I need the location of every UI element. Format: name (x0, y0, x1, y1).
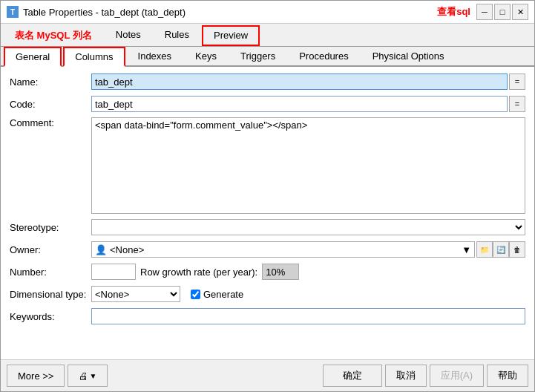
tab-indexes[interactable]: Indexes (127, 47, 183, 65)
more-button[interactable]: More >> (7, 365, 65, 387)
window-controls: ─ □ ✕ (476, 4, 528, 20)
tab-preview[interactable]: Preview (202, 25, 260, 46)
name-label: Name: (10, 76, 91, 88)
app-icon: T (7, 6, 19, 18)
comment-row: Comment: <span data-bind="form.comment_v… (10, 117, 525, 214)
owner-input-wrap: 👤 <None> ▼ (91, 241, 475, 258)
number-row-inner: Row growth rate (per year): (91, 264, 525, 280)
keywords-input[interactable] (91, 308, 525, 324)
tab-notes[interactable]: Notes (105, 25, 152, 46)
content-area: Name: = Code: = Comment: <span data-bind… (1, 67, 534, 359)
dimensional-label: Dimensional type: (10, 289, 91, 300)
bottom-bar: More >> 🖨 ▼ 确定 取消 应用(A) 帮助 (1, 359, 534, 391)
dimensional-controls: <None> Generate (91, 286, 243, 302)
tab-procedures[interactable]: Procedures (288, 47, 359, 65)
tab-row-2: General Columns Indexes Keys Triggers Pr… (1, 47, 534, 67)
dimensional-row: Dimensional type: <None> Generate (10, 285, 525, 303)
owner-person-icon: 👤 (95, 244, 107, 255)
name-input[interactable] (91, 74, 508, 90)
title-bar: T Table Properties - tab_dept (tab_dept)… (1, 1, 534, 24)
dimensional-select[interactable]: <None> (91, 286, 180, 302)
window: T Table Properties - tab_dept (tab_dept)… (0, 0, 535, 392)
code-row: Code: = (10, 95, 525, 113)
generate-checkbox[interactable] (191, 290, 200, 299)
name-equals-button[interactable]: = (509, 74, 525, 90)
generate-label[interactable]: Generate (203, 289, 243, 300)
close-button[interactable]: ✕ (512, 4, 528, 20)
stereotype-select[interactable] (91, 219, 525, 235)
keywords-label: Keywords: (10, 311, 91, 322)
owner-browse-button-1[interactable]: 📁 (476, 241, 493, 258)
tab-keys[interactable]: Keys (184, 47, 228, 65)
owner-dropdown-arrow[interactable]: ▼ (462, 244, 471, 255)
tab-biaoming[interactable]: 表名 MySQL 列名 (4, 25, 103, 46)
owner-clear-button[interactable]: 🗑 (509, 241, 525, 258)
stereotype-label: Stereotype: (10, 222, 91, 233)
print-dropdown-arrow: ▼ (89, 372, 96, 380)
code-equals-button[interactable]: = (509, 96, 525, 112)
comment-label: Comment: (10, 117, 91, 128)
help-button[interactable]: 帮助 (487, 365, 528, 387)
print-button[interactable]: 🖨 ▼ (68, 365, 108, 387)
view-sql-button[interactable]: 查看sql (437, 5, 470, 19)
tab-general[interactable]: General (4, 47, 62, 67)
keywords-row: Keywords: (10, 307, 525, 325)
tab-physical-options[interactable]: Physical Options (361, 47, 456, 65)
row-growth-label: Row growth rate (per year): (140, 267, 257, 278)
confirm-button[interactable]: 确定 (323, 365, 382, 387)
name-row: Name: = (10, 73, 525, 91)
window-title: Table Properties - tab_dept (tab_dept) (23, 7, 437, 18)
owner-browse-button-2[interactable]: 🔄 (493, 241, 509, 258)
generate-checkbox-wrap: Generate (191, 289, 243, 300)
tab-triggers[interactable]: Triggers (229, 47, 286, 65)
comment-textarea[interactable]: <span data-bind="form.comment_value"></s… (91, 117, 525, 214)
code-input[interactable] (91, 96, 508, 112)
number-row: Number: Row growth rate (per year): (10, 263, 525, 281)
owner-label: Owner: (10, 244, 91, 255)
owner-value: <None> (110, 244, 460, 255)
tab-columns[interactable]: Columns (63, 47, 125, 67)
row-growth-input[interactable] (262, 264, 299, 280)
cancel-button[interactable]: 取消 (385, 365, 427, 387)
tab-row-1: 表名 MySQL 列名 Notes Rules Preview (1, 24, 534, 47)
minimize-button[interactable]: ─ (476, 4, 493, 20)
maximize-button[interactable]: □ (494, 4, 511, 20)
print-icon: 🖨 (79, 370, 88, 382)
tab-rules[interactable]: Rules (154, 25, 200, 46)
owner-row: Owner: 👤 <None> ▼ 📁 🔄 🗑 (10, 241, 525, 258)
stereotype-row: Stereotype: (10, 218, 525, 236)
apply-button[interactable]: 应用(A) (430, 365, 484, 387)
number-label: Number: (10, 267, 91, 278)
code-label: Code: (10, 99, 91, 110)
number-input[interactable] (91, 264, 136, 280)
